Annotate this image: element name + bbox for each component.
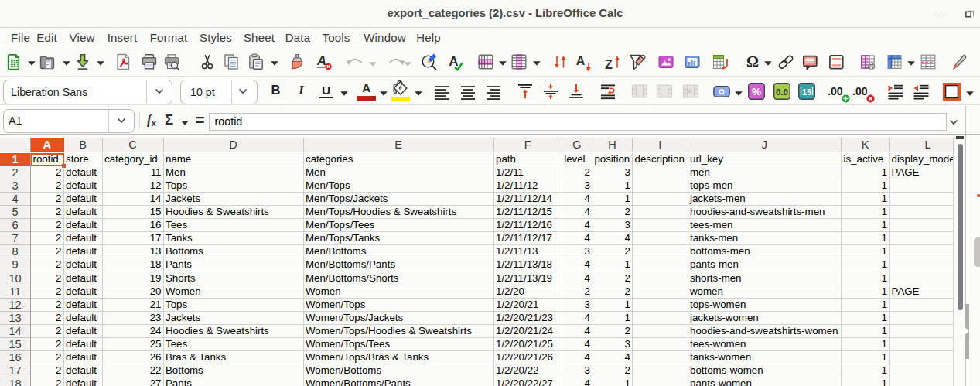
svg-text:Ω: Ω [746,53,759,70]
svg-text:%: % [752,86,761,97]
svg-text:A: A [316,53,326,67]
svg-text:15: 15 [802,87,811,97]
svg-text:A: A [576,53,586,67]
svg-text:0.0: 0.0 [776,87,788,97]
svg-text:Z: Z [605,58,613,71]
svg-text:A: A [449,54,458,69]
